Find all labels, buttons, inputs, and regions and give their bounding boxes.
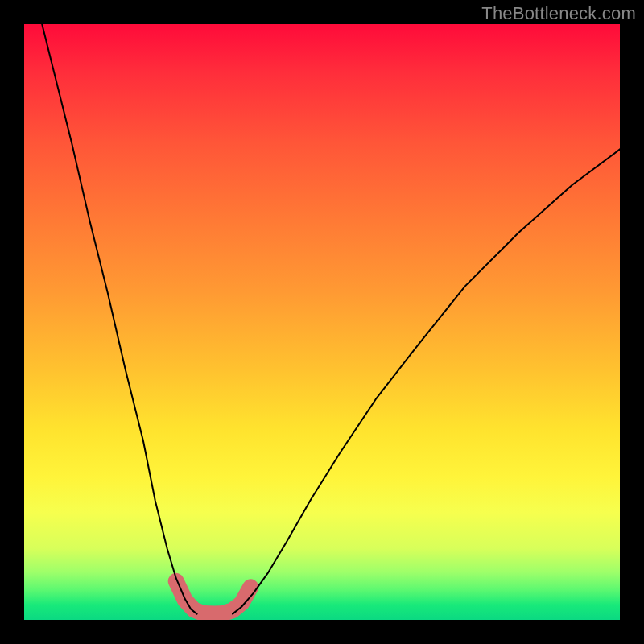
- right-branch-path: [233, 149, 620, 613]
- left-branch-path: [42, 24, 196, 614]
- plot-area: [24, 24, 620, 620]
- chart-svg: [24, 24, 620, 620]
- chart-frame: TheBottleneck.com: [0, 0, 644, 644]
- watermark-text: TheBottleneck.com: [481, 3, 636, 24]
